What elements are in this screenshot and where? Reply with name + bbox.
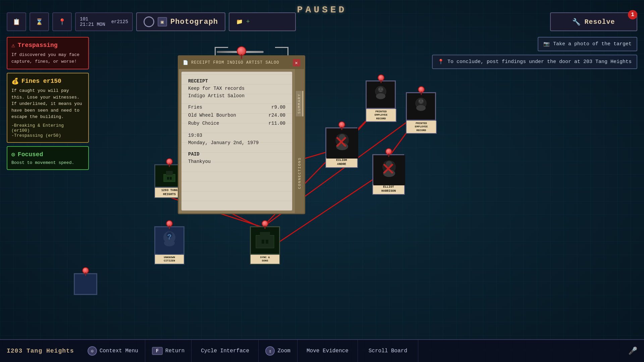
top-bar: 📋 ⌛ 📍 101 21:21 MON er2125 ▣ Photograph … [0, 10, 644, 34]
focused-title: ⊙ Focused [11, 151, 84, 158]
svg-text:?: ? [167, 233, 171, 242]
receipt-paper: RECEIPT Keep for TAX records Indigo Arti… [181, 72, 292, 210]
focused-status: ⊙ Focused Boost to movement speed. [7, 146, 89, 170]
fines-items: -Breaking & Entering (er100) -Trespassin… [11, 123, 84, 138]
receipt-close-button[interactable]: ✕ [293, 59, 300, 66]
location-icon: 📍 [57, 17, 67, 27]
card2-label: PrintedEmployeeRecord [406, 121, 437, 134]
svg-rect-12 [170, 177, 172, 180]
cycle-interface-label: Cycle Interface [201, 348, 249, 354]
bottom-bar: I203 Tang Heights ⊙ Context Menu F Retur… [0, 339, 644, 362]
receipt-tax-line: Keep for TAX records [188, 86, 285, 91]
evidence-card-1: PrintedEmployeeRecord [366, 80, 396, 122]
location-card-unknown: ? UnknownCitizen [154, 226, 184, 264]
svg-rect-40 [260, 232, 270, 236]
bottom-unknown-photo [74, 273, 97, 295]
move-evidence-button[interactable]: Move Evidence [298, 340, 358, 362]
warning-icon: ⚠ [11, 42, 15, 49]
photo-circle-icon [144, 16, 154, 27]
unknown-label: UnknownCitizen [154, 255, 184, 264]
folder-plus-icon: + [246, 18, 250, 25]
fine-item-1: -Breaking & Entering (er100) [11, 123, 84, 133]
return-key: F [152, 347, 163, 355]
resolve-icon: 🔧 [572, 18, 581, 26]
svg-rect-41 [262, 240, 264, 244]
receipt-item-bourbon: Old Wheel Bourbon r24.00 [188, 113, 285, 118]
trespassing-alert: ⚠ Trespassing If discovered you may face… [7, 37, 89, 69]
svg-point-22 [416, 105, 426, 111]
fine-item-2: -Trespassing (er50) [11, 133, 84, 138]
timer-icon: ⌛ [34, 17, 44, 27]
receipt-modal: 📄 Receipt from Indigo Artist Saloo ✕ REC… [178, 55, 305, 214]
evidence-card-eilidh: ✕ EilidhAndre [325, 127, 358, 168]
credits-value: er2125 [111, 19, 128, 24]
context-menu-button[interactable]: ⊙ Context Menu [81, 340, 145, 362]
scroll-board-button[interactable]: Scroll Board [358, 340, 418, 362]
stat-number: 101 21:21 MON er2125 [75, 12, 133, 31]
red-pin-elliot [385, 148, 392, 155]
folder-icon: 📁 [236, 18, 243, 25]
red-pin-unknown [166, 220, 173, 227]
svg-point-24 [422, 100, 423, 102]
scroll-board-label: Scroll Board [369, 348, 407, 354]
stat-clipboard[interactable]: 📋 [7, 12, 26, 31]
elliot-photo: ✕ [372, 154, 404, 184]
stat-values: 101 21:21 MON [80, 16, 105, 27]
location-card-sync: Sync &Sons [250, 226, 280, 264]
stat-timer[interactable]: ⌛ [30, 12, 49, 31]
item-bourbon-price: r24.00 [269, 113, 285, 118]
sync-photo [250, 226, 280, 255]
receipt-doc-icon: 📄 [183, 60, 189, 65]
focused-body: Boost to movement speed. [11, 160, 84, 165]
cycle-interface-button[interactable]: Cycle Interface [192, 340, 259, 362]
receipt-thanks: Thankyou [188, 159, 285, 164]
return-label: Return [165, 348, 185, 354]
receipt-tab-connections[interactable]: CONNECTIONS [296, 155, 303, 192]
context-menu-label: Context Menu [100, 348, 138, 354]
svg-rect-42 [266, 240, 268, 244]
hint-conclude-text: To conclude, post findings under the doo… [447, 59, 632, 65]
resolve-button[interactable]: 🔧 Resolve [550, 12, 637, 31]
left-panel: ⚠ Trespassing If discovered you may face… [7, 37, 89, 170]
receipt-pin-container [237, 46, 246, 56]
eilidh-label: EilidhAndre [325, 158, 358, 168]
mic-icon: 🎤 [628, 347, 637, 356]
svg-point-17 [379, 88, 380, 90]
photograph-button[interactable]: ▣ Photograph [136, 12, 225, 31]
receipt-tab-summary[interactable]: SUMMARY [296, 91, 303, 116]
resolve-label: Resolve [584, 18, 615, 26]
red-pin-sync [262, 220, 268, 227]
return-button[interactable]: F Return [145, 340, 192, 362]
svg-point-16 [376, 93, 385, 99]
item-ruby-price: r11.00 [269, 121, 285, 126]
red-pin-card1 [378, 74, 384, 81]
evidence-card-2: PrintedEmployeeRecord [406, 92, 437, 134]
zoom-button[interactable]: ⇕ Zoom [259, 340, 297, 362]
folder-button[interactable]: 📁 + [229, 12, 296, 31]
hint-camera-icon: 📷 [543, 41, 550, 47]
elliot-label: ElliotHarrison [372, 184, 405, 195]
red-pin-card2 [418, 86, 425, 93]
receipt-time: 19:03 [188, 133, 285, 138]
clipboard-icon: 📋 [11, 17, 21, 27]
receipt-header-text: RECEIPT [188, 78, 285, 84]
item-fries-price: r9.00 [271, 105, 285, 110]
receipt-paid: PAID [188, 152, 285, 157]
hint-photo-text: Take a photo of the target [553, 41, 632, 47]
hint-conclude: 📍 To conclude, post findings under the d… [432, 55, 637, 69]
fines-title: 💰 Fines er150 [11, 77, 84, 85]
stat-credits: er2125 [111, 19, 128, 24]
zoom-icon: ⇕ [265, 346, 275, 356]
stat-number-value: 101 [80, 16, 105, 22]
red-pin-bottom [82, 267, 89, 274]
elliot-x-mark: ✕ [373, 155, 403, 183]
sync-image [253, 228, 277, 253]
unknown-photo: ? [154, 226, 184, 255]
fines-icon: 💰 [11, 77, 19, 85]
stat-location[interactable]: 📍 [52, 12, 72, 31]
card1-photo [366, 80, 396, 109]
receipt-tabs: SUMMARY CONNECTIONS [295, 69, 304, 213]
evidence-card-elliot: ✕ ElliotHarrison [372, 154, 405, 195]
card2-image [409, 94, 433, 119]
receipt-date: Monday, January 2nd, 1979 [188, 140, 285, 145]
